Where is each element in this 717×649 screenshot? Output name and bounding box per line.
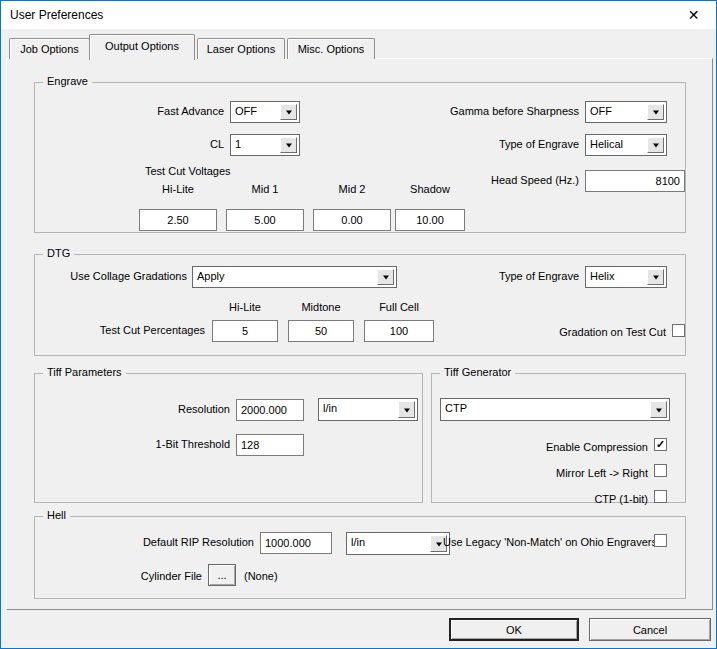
pct-hi-lite-field[interactable]: [212, 320, 278, 342]
dropdown-arrow-icon[interactable]: [647, 137, 664, 153]
resolution-unit-value: l/in: [323, 402, 337, 414]
use-collage-gradations-select[interactable]: Apply: [192, 266, 397, 288]
mirror-left-right-label: Mirror Left -> Right: [468, 466, 648, 481]
type-of-engrave-value: Helical: [590, 138, 623, 150]
enable-compression-label: Enable Compression: [468, 440, 648, 455]
pct-hi-lite-column-label: Hi-Lite: [212, 300, 278, 315]
shadow-voltage-field[interactable]: [395, 209, 465, 231]
tiff-parameters-group: Tiff Parameters Resolution l/in 1-Bit Th…: [34, 373, 423, 503]
tiff-generator-group-title: Tiff Generator: [440, 366, 515, 378]
fast-advance-select[interactable]: OFF: [230, 101, 300, 123]
cylinder-file-label: Cylinder File: [102, 569, 202, 584]
hell-group-title: Hell: [43, 509, 70, 521]
hi-lite-column-label: Hi-Lite: [139, 182, 217, 197]
dropdown-arrow-icon[interactable]: [647, 269, 664, 285]
rip-resolution-unit-select[interactable]: l/in: [346, 532, 450, 555]
cylinder-file-value: (None): [244, 569, 278, 584]
hi-lite-voltage-field[interactable]: [139, 209, 217, 231]
head-speed-field[interactable]: [585, 170, 685, 192]
engrave-group: Engrave Fast Advance OFF Gamma before Sh…: [34, 82, 686, 233]
rip-resolution-unit-value: l/in: [351, 536, 365, 548]
tab-laser-options[interactable]: Laser Options: [197, 38, 285, 59]
type-of-engrave-label: Type of Engrave: [439, 137, 579, 152]
fast-advance-value: OFF: [235, 105, 257, 117]
ok-button[interactable]: OK: [449, 618, 579, 641]
cl-value: 1: [235, 138, 241, 150]
dtg-type-of-engrave-select[interactable]: Helix: [585, 266, 667, 288]
dtg-group-title: DTG: [43, 247, 74, 259]
hell-group: Hell Default RIP Resolution l/in Use Leg…: [34, 516, 686, 599]
resolution-field[interactable]: [236, 399, 304, 421]
titlebar: User Preferences ✕: [1, 1, 716, 29]
user-preferences-dialog: User Preferences ✕ Job Options Output Op…: [0, 0, 717, 649]
dropdown-arrow-icon[interactable]: [280, 104, 297, 120]
gamma-value: OFF: [590, 105, 612, 117]
tiff-generator-group: Tiff Generator CTP Enable Compression ✓ …: [431, 373, 686, 503]
default-rip-resolution-label: Default RIP Resolution: [104, 535, 254, 550]
window-title: User Preferences: [10, 8, 103, 22]
gradation-on-test-cut-checkbox[interactable]: [672, 324, 685, 337]
dtg-type-of-engrave-label: Type of Engrave: [439, 269, 579, 284]
cl-label: CL: [130, 137, 224, 152]
dropdown-arrow-icon[interactable]: [647, 104, 664, 120]
test-cut-voltages-label: Test Cut Voltages: [145, 164, 231, 179]
tab-output-options[interactable]: Output Options: [89, 34, 195, 60]
dropdown-arrow-icon[interactable]: [398, 401, 415, 418]
use-collage-gradations-label: Use Collage Gradations: [37, 269, 187, 284]
gamma-before-sharpness-label: Gamma before Sharpness: [429, 104, 579, 119]
mid1-voltage-field[interactable]: [226, 209, 304, 231]
cl-select[interactable]: 1: [230, 134, 300, 156]
engrave-group-title: Engrave: [43, 75, 92, 87]
pct-midtone-column-label: Midtone: [288, 300, 354, 315]
type-of-engrave-select[interactable]: Helical: [585, 134, 667, 156]
ctp-1bit-label: CTP (1-bit): [468, 492, 648, 507]
tab-misc-options[interactable]: Misc. Options: [287, 38, 375, 59]
test-cut-percentages-label: Test Cut Percentages: [55, 323, 205, 338]
dropdown-arrow-icon[interactable]: [280, 137, 297, 153]
use-collage-gradations-value: Apply: [197, 270, 225, 282]
resolution-unit-select[interactable]: l/in: [318, 398, 418, 421]
gamma-before-sharpness-select[interactable]: OFF: [585, 101, 667, 123]
tab-label: Misc. Options: [298, 43, 365, 55]
fast-advance-label: Fast Advance: [130, 104, 224, 119]
tab-job-options[interactable]: Job Options: [9, 38, 90, 59]
mirror-left-right-checkbox[interactable]: [654, 464, 667, 477]
pct-full-cell-field[interactable]: [364, 320, 434, 342]
ctp-1bit-checkbox[interactable]: [654, 490, 667, 503]
dtg-group: DTG Use Collage Gradations Apply Type of…: [34, 254, 686, 356]
use-legacy-non-match-checkbox[interactable]: [654, 534, 667, 547]
tab-label: Job Options: [20, 43, 79, 55]
mid1-column-label: Mid 1: [226, 182, 304, 197]
enable-compression-checkbox[interactable]: ✓: [654, 438, 667, 451]
shadow-column-label: Shadow: [395, 182, 465, 197]
default-rip-resolution-field[interactable]: [260, 532, 332, 554]
one-bit-threshold-label: 1-Bit Threshold: [110, 437, 230, 452]
dropdown-arrow-icon[interactable]: [377, 269, 394, 285]
use-legacy-non-match-label: Use Legacy 'Non-Match' on Ohio Engravers: [443, 535, 648, 550]
cylinder-file-browse-button[interactable]: ...: [208, 564, 236, 586]
pct-full-cell-column-label: Full Cell: [364, 300, 434, 315]
resolution-label: Resolution: [130, 402, 230, 417]
dtg-type-of-engrave-value: Helix: [590, 270, 614, 282]
close-icon[interactable]: ✕: [671, 1, 716, 29]
dropdown-arrow-icon[interactable]: [650, 401, 667, 418]
tab-label: Laser Options: [207, 43, 275, 55]
tiff-parameters-group-title: Tiff Parameters: [43, 366, 126, 378]
tiff-generator-value: CTP: [445, 402, 467, 414]
pct-midtone-field[interactable]: [288, 320, 354, 342]
tiff-generator-select[interactable]: CTP: [440, 398, 670, 421]
mid2-voltage-field[interactable]: [313, 209, 391, 231]
cancel-button[interactable]: Cancel: [589, 618, 711, 641]
one-bit-threshold-field[interactable]: [236, 434, 304, 456]
gradation-on-test-cut-label: Gradation on Test Cut: [484, 325, 666, 340]
mid2-column-label: Mid 2: [313, 182, 391, 197]
tab-label: Output Options: [105, 40, 179, 52]
